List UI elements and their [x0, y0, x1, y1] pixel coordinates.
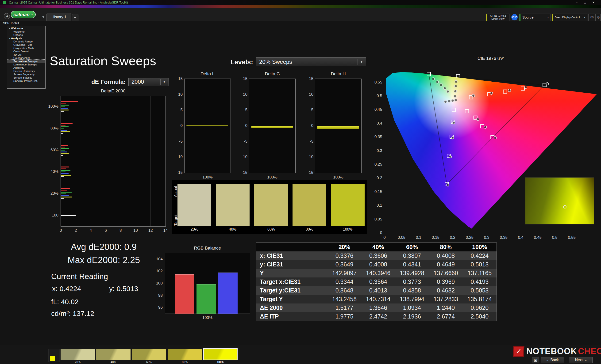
levels-dropdown[interactable]: 20% Sweeps ▼ — [256, 57, 366, 66]
tree-section-analysis[interactable]: ▾Analysis — [7, 37, 45, 40]
spectrum-strip — [0, 5, 601, 8]
active-color-tile[interactable] — [49, 349, 60, 362]
meter-line1: X-Rite i1Pro 2 — [487, 14, 509, 17]
brand-text-check: CHECK — [578, 346, 601, 356]
source-dropdown[interactable]: Source ▼ — [519, 14, 551, 21]
cie-inset-zoom — [525, 177, 594, 224]
close-button[interactable]: ✕ — [590, 0, 597, 5]
display-control-label: Direct Display Control — [555, 16, 580, 19]
notebookcheck-logo: ✓ NOTEBOOK CHECK — [513, 345, 601, 357]
tab-scroll-left-icon[interactable]: ◀ — [42, 15, 44, 18]
meter-button[interactable]: X-Rite i1Pro 2 Direct View — [486, 14, 510, 21]
chevron-down-icon: ▼ — [547, 16, 549, 19]
next-button[interactable]: Next » — [569, 357, 592, 363]
notebookcheck-check-icon: ✓ — [513, 346, 524, 357]
tree-item-luminance-sweeps[interactable]: Luminance Sweeps — [7, 63, 45, 66]
table-row-label-y: Y — [256, 269, 328, 278]
bottom-bar: ✓ NOTEBOOK CHECK ▣ « Back Next » 20%40%6… — [0, 345, 601, 364]
deltae2000-chart: DeltaE 200002468101214100%80%60%40%20%10… — [60, 96, 166, 227]
meter-count-badge: 232 — [511, 14, 518, 20]
patch-20 — [178, 184, 211, 226]
color-patches-panel: ActualTarget20%40%60%80%100% — [172, 180, 367, 234]
tree-item-grayscale-2pt[interactable]: Grayscale - 2pt — [7, 43, 45, 47]
sidebar-collapse-button[interactable]: ◀ — [4, 13, 10, 19]
cie-chart-title: CIE 1976 u'v' — [385, 56, 597, 61]
table-row-label-e-2000: ΔE 2000 — [256, 304, 328, 312]
delta-h-chart: Delta H151050-5-10-15100% — [315, 78, 361, 173]
patch-80 — [292, 184, 326, 226]
minimize-button[interactable]: – — [573, 0, 580, 5]
tree-item-welcome[interactable]: Welcome — [7, 30, 45, 33]
table-row-label-target-y-cie31: Target y:CIE31 — [256, 286, 328, 295]
tree-item-saturation-sweeps[interactable]: Saturation Sweeps — [7, 60, 45, 63]
patch-40 — [216, 184, 250, 226]
tab-history-1[interactable]: History 1 — [47, 13, 71, 21]
current-y-value: y: 0.5013 — [109, 285, 138, 293]
tab-add-button[interactable]: + — [72, 14, 78, 21]
chevron-down-icon: ▼ — [31, 13, 33, 16]
current-fl-value: fL: 40.02 — [51, 298, 79, 306]
tree-item-screen-angularity[interactable]: Screen Angularity — [7, 73, 45, 76]
maximize-button[interactable]: □ — [581, 0, 589, 5]
display-control-dropdown[interactable]: Direct Display Control ▼ — [552, 14, 587, 21]
tree-item-options[interactable]: Options — [7, 33, 45, 37]
sweep-thumbnail-20[interactable] — [60, 349, 95, 360]
delta-c-chart: Delta C151050-5-10-15100% — [249, 78, 296, 173]
cie-1976-chart: 00.050.10.150.20.250.30.350.40.450.50.55… — [385, 66, 597, 233]
tree-item-3d-lut[interactable]: 3D LUT — [7, 53, 45, 56]
tree-item-grayscale-multi[interactable]: Grayscale - Multi — [7, 47, 45, 50]
titlebar: Calman 2025 Calman Ultimate for Business… — [0, 0, 601, 5]
avg-de2000-value: Avg dE2000: 0.9 — [50, 242, 158, 252]
table-row-label-e-itp: ΔE ITP — [256, 312, 328, 321]
tree-item-color-gamut[interactable]: Color Gamut — [7, 50, 45, 53]
next-double-arrow-icon: » — [585, 358, 586, 362]
table-row-label-x-cie31: x: CIE31 — [256, 251, 328, 260]
workflow-tree: ▾WelcomeWelcomeOptions▾AnalysisDynamic R… — [7, 26, 46, 89]
source-label: Source — [522, 15, 534, 19]
layout-grid-button[interactable]: ▣ — [532, 357, 539, 363]
chevron-down-icon: ▼ — [358, 59, 363, 65]
target-icon-button[interactable]: ◎ — [596, 14, 601, 21]
brand-text-notebook: NOTEBOOK — [526, 346, 577, 356]
de-formula-value: 2000 — [131, 78, 144, 85]
back-button[interactable]: « Back — [541, 357, 564, 363]
tree-item-spectral-power-dist[interactable]: Spectral Power Dist. — [7, 79, 45, 83]
settings-gear-button[interactable]: ⚙ — [588, 14, 596, 21]
back-label: Back — [550, 358, 559, 362]
tree-item-screen-stability[interactable]: Screen Stability — [7, 76, 45, 79]
de-formula-label: dE Formula: — [82, 78, 126, 85]
levels-label: Levels: — [218, 58, 253, 66]
results-table: 20%40%60%80%100%x: CIE310.33760.36060.38… — [256, 242, 497, 321]
tree-item-additivity[interactable]: Additivity — [7, 66, 45, 69]
max-de2000-value: Max dE2000: 2.25 — [50, 255, 158, 265]
app-icon — [3, 1, 6, 4]
sweep-thumbnail-100[interactable] — [203, 348, 238, 360]
tree-item-dynamic-range[interactable]: Dynamic Range — [7, 40, 45, 43]
source-accent-bar — [520, 14, 521, 21]
levels-value: 20% Sweeps — [259, 59, 292, 65]
tree-item-colorchecker[interactable]: ColorChecker — [7, 56, 45, 60]
sweep-thumbnail-80[interactable] — [168, 349, 202, 360]
de-formula-dropdown[interactable]: 2000 ▼ — [128, 78, 169, 86]
patch-100 — [331, 184, 365, 226]
tree-item-screen-uniformity[interactable]: Screen Uniformity — [7, 69, 45, 73]
calman-logo-button[interactable]: calman ▼ — [11, 11, 36, 18]
delta-l-chart: Delta L151050-5-10-15100% — [184, 78, 231, 173]
table-row-label-target-x-cie31: Target x:CIE31 — [256, 278, 328, 286]
tree-section-welcome[interactable]: ▾Welcome — [7, 27, 45, 30]
patch-60 — [254, 184, 288, 226]
page-title: Saturation Sweeps — [50, 53, 156, 68]
current-cdm2-value: cd/m²: 137.12 — [51, 310, 94, 317]
current-x-value: x: 0.4224 — [52, 285, 81, 293]
app-window: Calman 2025 Calman Ultimate for Business… — [0, 0, 601, 364]
chevron-down-icon: ▼ — [160, 79, 166, 85]
chevron-down-icon: ▼ — [584, 16, 586, 19]
back-double-arrow-icon: « — [547, 358, 548, 362]
window-title: Calman 2025 Calman Ultimate for Business… — [9, 1, 128, 4]
current-reading-label: Current Reading — [51, 272, 108, 281]
sweep-thumbnail-40[interactable] — [96, 349, 130, 360]
meter-line2: Direct View — [487, 17, 509, 20]
sweep-thumbnail-60[interactable] — [132, 349, 166, 360]
table-row-label-y-cie31: y: CIE31 — [256, 260, 328, 269]
table-row-label-target-y: Target Y — [256, 295, 328, 304]
